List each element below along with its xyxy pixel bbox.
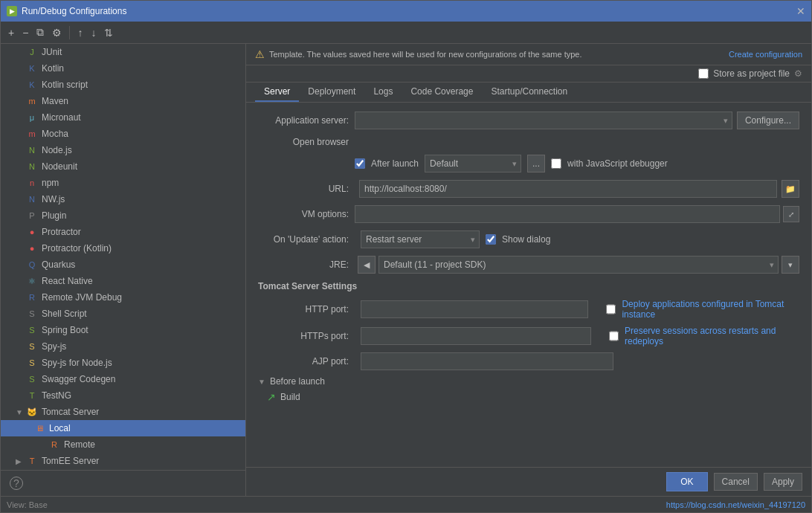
jre-select-wrapper: Default (11 - project SDK) <box>378 256 779 274</box>
after-launch-checkbox[interactable] <box>355 158 365 169</box>
settings-button[interactable]: ⚙ <box>49 25 65 40</box>
vm-options-input[interactable] <box>355 205 780 223</box>
tree-item-swagger[interactable]: S Swagger Codegen <box>1 371 245 387</box>
tree-item-protractor-kotlin[interactable]: ● Protractor (Kotlin) <box>1 240 245 256</box>
tree-label-react-native: React Native <box>42 276 93 286</box>
before-launch-section: ▼ Before launch ↗ Build <box>258 376 799 403</box>
create-configuration-link[interactable]: Create configuration <box>729 50 802 59</box>
deploy-checkbox[interactable] <box>606 304 616 314</box>
restart-select-wrapper: Restart server <box>361 230 480 248</box>
remove-button[interactable]: − <box>19 25 31 40</box>
nodejs-icon: N <box>26 144 38 156</box>
tomcat-icon: 🐱 <box>26 406 38 418</box>
tree-item-junit[interactable]: J JUnit <box>1 44 245 60</box>
sort-button[interactable]: ⇅ <box>101 25 116 40</box>
tree-item-spyjs-node[interactable]: S Spy-js for Node.js <box>1 355 245 371</box>
tree-item-maven[interactable]: m Maven <box>1 93 245 109</box>
store-as-project-label: Store as project file <box>713 68 790 79</box>
add-button[interactable]: + <box>5 25 17 40</box>
local-icon: 🖥 <box>33 422 45 434</box>
move-up-button[interactable]: ↑ <box>74 25 86 40</box>
browser-select[interactable]: Default <box>425 155 521 172</box>
tomee-icon: T <box>26 455 38 467</box>
configure-button[interactable]: Configure... <box>737 112 799 129</box>
tree-item-nodeunit[interactable]: N Nodeunit <box>1 158 245 175</box>
tree-item-protractor[interactable]: ● Protractor <box>1 224 245 240</box>
toolbar: + − ⧉ ⚙ ↑ ↓ ⇅ <box>1 22 811 44</box>
tree-item-spyjs[interactable]: S Spy-js <box>1 338 245 355</box>
tree-item-react-native[interactable]: ⚛ React Native <box>1 273 245 289</box>
tree-label-testng: TestNG <box>42 390 71 401</box>
nwjs-icon: N <box>26 193 38 205</box>
restart-server-select[interactable]: Restart server <box>361 230 480 248</box>
copy-button[interactable]: ⧉ <box>33 25 47 40</box>
url-input[interactable] <box>359 180 777 198</box>
tab-code-coverage[interactable]: Code Coverage <box>402 83 482 102</box>
url-browse-button[interactable]: 📁 <box>782 180 799 198</box>
tree-item-local[interactable]: 🖥 Local <box>1 420 245 436</box>
open-browser-label: Open browser <box>258 137 355 147</box>
tab-deployment[interactable]: Deployment <box>299 83 364 102</box>
bottom-bar: OK Cancel Apply <box>246 467 811 496</box>
tree-item-micronaut[interactable]: μ Micronaut <box>1 109 245 126</box>
tree-item-shell-script[interactable]: S Shell Script <box>1 306 245 322</box>
tree-item-kotlin[interactable]: K Kotlin <box>1 60 245 77</box>
tree-item-spring-boot[interactable]: S Spring Boot <box>1 322 245 338</box>
tree-label-local: Local <box>49 423 71 433</box>
vm-expand-button[interactable]: ⤢ <box>783 206 799 222</box>
tree-item-plugin[interactable]: P Plugin <box>1 207 245 224</box>
show-dialog-checkbox[interactable] <box>486 234 496 245</box>
help-icon[interactable]: ? <box>10 477 23 490</box>
tab-startup-connection[interactable]: Startup/Connection <box>482 83 576 102</box>
tree-item-nwjs[interactable]: N NW.js <box>1 191 245 207</box>
close-icon[interactable]: ✕ <box>796 5 805 17</box>
tabs-bar: Server Deployment Logs Code Coverage Sta… <box>246 83 811 103</box>
react-native-icon: ⚛ <box>26 275 38 287</box>
tree-item-tomcat[interactable]: ▼ 🐱 Tomcat Server <box>1 404 245 420</box>
ok-button[interactable]: OK <box>666 472 707 491</box>
tree-label-quarkus: Quarkus <box>42 259 75 270</box>
tree-item-mocha[interactable]: m Mocha <box>1 126 245 142</box>
http-port-row: HTTP port: Deploy applications configure… <box>258 299 799 320</box>
vm-options-row: VM options: ⤢ <box>258 205 799 223</box>
ajp-port-input[interactable] <box>361 352 613 370</box>
cancel-button[interactable]: Cancel <box>714 473 758 491</box>
tree-item-remote[interactable]: R Remote <box>1 436 245 453</box>
build-row: ↗ Build <box>258 391 799 403</box>
tree-label-nwjs: NW.js <box>42 194 65 204</box>
tree-label-protractor-kotlin: Protractor (Kotlin) <box>42 243 112 254</box>
http-port-input[interactable] <box>361 300 588 318</box>
title-bar: ▶ Run/Debug Configurations ✕ <box>1 1 811 22</box>
warning-bar: ⚠ Template. The values saved here will b… <box>246 44 811 65</box>
jre-select[interactable]: Default (11 - project SDK) <box>378 256 779 274</box>
tree-item-testng[interactable]: T TestNG <box>1 387 245 404</box>
url-label: URL: <box>258 184 355 194</box>
tree-item-kotlin-script[interactable]: K Kotlin script <box>1 77 245 93</box>
app-server-select[interactable] <box>355 112 732 129</box>
after-launch-label: After launch <box>371 158 419 169</box>
warning-text: Template. The values saved here will be … <box>269 50 581 59</box>
jre-nav-btn[interactable]: ◀ <box>358 256 376 274</box>
move-down-button[interactable]: ↓ <box>88 25 99 40</box>
tree-item-remote-jvm[interactable]: R Remote JVM Debug <box>1 289 245 306</box>
with-debugger-checkbox[interactable] <box>551 158 561 169</box>
before-launch-header[interactable]: ▼ Before launch <box>258 376 799 387</box>
jre-dropdown-btn[interactable]: ▾ <box>782 256 799 274</box>
tree-label-plugin: Plugin <box>42 210 66 221</box>
tab-logs[interactable]: Logs <box>364 83 402 102</box>
https-port-input[interactable] <box>361 327 591 345</box>
quarkus-icon: Q <box>26 259 38 271</box>
browser-extra-button[interactable]: ... <box>527 155 545 172</box>
tab-server[interactable]: Server <box>255 83 299 102</box>
store-settings-icon[interactable]: ⚙ <box>794 68 802 79</box>
preserve-checkbox[interactable] <box>609 331 619 341</box>
tree-item-nodejs[interactable]: N Node.js <box>1 142 245 158</box>
apply-button[interactable]: Apply <box>764 473 802 491</box>
tree-item-npm[interactable]: n npm <box>1 175 245 191</box>
tree-item-tomee[interactable]: ▶ T TomEE Server <box>1 453 245 469</box>
tree-label-kotlin: Kotlin <box>42 63 64 74</box>
store-as-project-checkbox[interactable] <box>698 68 709 79</box>
tree-item-quarkus[interactable]: Q Quarkus <box>1 256 245 273</box>
nodeunit-icon: N <box>26 161 38 172</box>
config-body: Application server: Configure... Open br… <box>246 103 811 467</box>
